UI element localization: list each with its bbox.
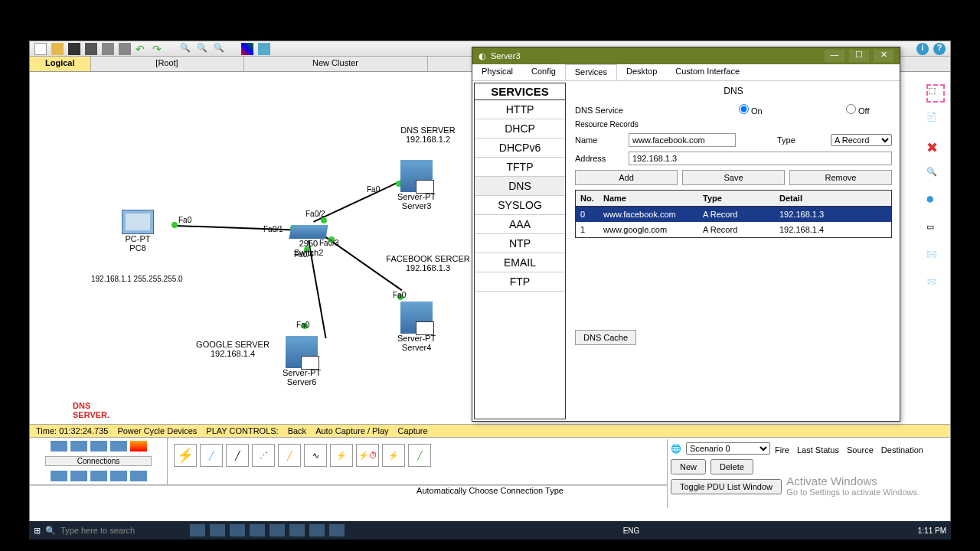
info-icon[interactable]: i [916, 43, 929, 55]
new-file-icon[interactable] [34, 43, 47, 55]
srv-http[interactable]: HTTP [475, 100, 565, 119]
conn-console[interactable]: ╱ [200, 444, 223, 467]
open-icon[interactable] [51, 43, 64, 55]
taskbar-app[interactable] [230, 524, 245, 536]
wan-icon[interactable] [90, 471, 107, 481]
taskbar-search[interactable]: Type here to search [60, 526, 135, 535]
srv-syslog[interactable]: SYSLOG [475, 196, 565, 215]
custom-icon[interactable] [258, 43, 270, 55]
taskbar-app[interactable] [329, 524, 345, 536]
conn-cross[interactable]: ⋰ [252, 444, 275, 467]
start-icon[interactable]: ⊞ [34, 526, 41, 536]
srv-aaa[interactable]: AAA [475, 215, 565, 234]
srv-ntp[interactable]: NTP [475, 234, 565, 253]
security-icon[interactable] [70, 471, 87, 481]
srv-dns[interactable]: DNS [475, 177, 565, 196]
switch-icon[interactable] [70, 441, 87, 452]
device-fb-server[interactable]: Server-PT Server4 [397, 302, 436, 352]
toggle-pdu-btn[interactable]: Toggle PDU List Window [671, 479, 782, 494]
inspect-tool-icon[interactable]: 🔍 [926, 167, 945, 185]
zoom-out-icon[interactable]: 🔍 [214, 43, 226, 55]
tab-root[interactable]: [Root] [91, 57, 244, 71]
taskbar-app[interactable] [210, 524, 225, 536]
draw-tool-icon[interactable]: ⬢ [926, 194, 945, 213]
srv-ftp[interactable]: FTP [475, 272, 565, 292]
name-input[interactable] [629, 133, 736, 147]
table-row[interactable]: 0 www.facebook.com A Record 192.168.1.3 [576, 207, 891, 222]
scenario-select[interactable]: Scenario 0 [686, 442, 770, 455]
srv-email[interactable]: EMAIL [475, 253, 565, 272]
tab-physical[interactable]: Physical [472, 64, 522, 80]
device-dns-server[interactable]: Server-PT Server3 [397, 160, 436, 210]
add-btn[interactable]: Add [575, 170, 678, 185]
windows-taskbar[interactable]: ⊞ 🔍 Type here to search ENG 1:11 PM [29, 521, 951, 540]
back-btn[interactable]: Back [288, 426, 306, 435]
undo-icon[interactable]: ↶ [136, 43, 148, 55]
conn-coax[interactable]: ⚡ [330, 444, 353, 467]
dns-cache-btn[interactable]: DNS Cache [575, 330, 636, 345]
conn-serial-dte[interactable]: ⚡ [382, 444, 405, 467]
table-row[interactable]: 1 www.google.com A Record 192.168.1.4 [576, 222, 891, 237]
address-input[interactable] [629, 152, 892, 165]
srv-dhcp[interactable]: DHCP [475, 119, 565, 139]
connections-icon[interactable] [130, 441, 147, 452]
hub-icon[interactable] [90, 441, 107, 452]
device-google-server[interactable]: Server-PT Server6 [283, 336, 321, 386]
type-select[interactable]: A Record [831, 134, 892, 146]
palette-icon[interactable] [241, 43, 253, 55]
conn-straight[interactable]: ╱ [226, 444, 249, 467]
taskbar-app[interactable] [270, 524, 285, 536]
select-tool-icon[interactable]: ⬚ [926, 84, 945, 103]
custom-device-icon[interactable] [110, 471, 127, 481]
wireless-icon[interactable] [110, 441, 127, 452]
multiuser-icon[interactable] [130, 471, 147, 481]
search-icon[interactable]: 🔍 [45, 526, 56, 536]
zoom-in-icon[interactable]: 🔍 [180, 43, 192, 55]
taskbar-app[interactable] [289, 524, 305, 536]
copy-icon[interactable] [102, 43, 114, 55]
dialog-titlebar[interactable]: ◐ Server3 — ☐ ✕ [472, 47, 900, 64]
close-btn[interactable]: ✕ [874, 50, 893, 62]
taskbar-lang[interactable]: ENG [623, 527, 640, 535]
redo-icon[interactable]: ↷ [152, 43, 165, 55]
conn-fiber[interactable]: ╱ [278, 444, 301, 467]
help-icon[interactable]: ? [933, 43, 946, 55]
delete-tool-icon[interactable]: ✖ [926, 139, 945, 158]
power-cycle[interactable]: Power Cycle Devices [117, 426, 197, 435]
resize-tool-icon[interactable]: ▭ [926, 222, 945, 240]
note-tool-icon[interactable]: 📄 [926, 112, 945, 130]
paste-icon[interactable] [119, 43, 131, 55]
device-pc[interactable]: PC-PT PC8 [122, 210, 154, 253]
end-device-icon[interactable] [51, 471, 67, 481]
srv-tftp[interactable]: TFTP [475, 158, 565, 177]
tab-services[interactable]: Services [565, 64, 617, 80]
auto-capture-btn[interactable]: Auto Capture / Play [315, 426, 388, 435]
complex-pdu-icon[interactable]: 📨 [926, 277, 945, 295]
dns-off-radio[interactable]: Off [846, 104, 892, 116]
globe-icon[interactable]: 🌐 [671, 444, 681, 454]
remove-btn[interactable]: Remove [789, 170, 892, 185]
router-icon[interactable] [51, 441, 67, 452]
tab-config[interactable]: Config [522, 64, 565, 80]
taskbar-app[interactable] [309, 524, 325, 536]
scenario-delete-btn[interactable]: Delete [710, 459, 753, 474]
minimize-btn[interactable]: — [825, 50, 844, 62]
taskbar-app[interactable] [250, 524, 265, 536]
save-btn[interactable]: Save [682, 170, 785, 185]
taskbar-clock[interactable]: 1:11 PM [918, 527, 946, 535]
dns-on-radio[interactable]: On [739, 104, 785, 116]
print-icon[interactable] [85, 43, 97, 55]
save-icon[interactable] [68, 43, 80, 55]
scenario-new-btn[interactable]: New [671, 459, 706, 474]
maximize-btn[interactable]: ☐ [849, 50, 869, 62]
conn-octal[interactable]: ╱ [408, 444, 431, 467]
conn-phone[interactable]: ∿ [304, 444, 327, 467]
taskbar-app[interactable] [190, 524, 205, 536]
srv-dhcpv6[interactable]: DHCPv6 [475, 139, 565, 158]
conn-serial-dce[interactable]: ⚡⏱ [356, 444, 379, 467]
simple-pdu-icon[interactable]: ✉️ [926, 249, 945, 268]
tab-desktop[interactable]: Desktop [617, 64, 666, 80]
tab-new-cluster[interactable]: New Cluster [244, 57, 428, 71]
capture-btn[interactable]: Capture [398, 426, 428, 435]
tab-custom[interactable]: Custom Interface [666, 64, 749, 80]
